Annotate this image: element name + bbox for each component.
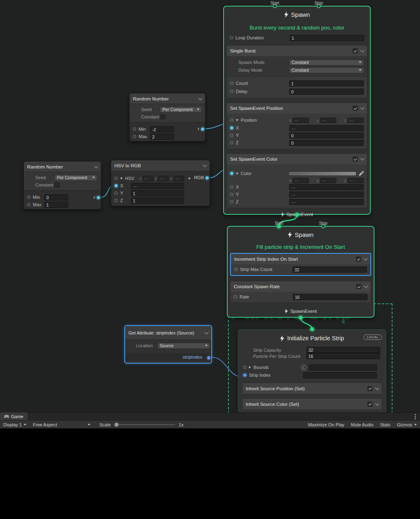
z-field[interactable]: 0 [289,140,364,146]
block-constant-spawn-rate[interactable]: Constant Spawn Rate Rate 16 [230,281,371,303]
block-set-spawnevent-position[interactable]: Set SpawnEvent Position Position x— [226,102,368,149]
flow-port-start[interactable] [277,224,281,228]
block-enabled-checkbox[interactable] [353,48,358,53]
block-header[interactable]: Inherit Source Position (Set) [242,383,382,394]
z-field[interactable]: — [289,199,364,205]
spawn-mode-dropdown[interactable]: Constant [289,59,364,66]
block-header[interactable]: Set SpawnEvent Color [227,154,367,164]
x-field[interactable]: — [289,125,364,131]
port-rate[interactable] [234,295,237,298]
port-strip-max-count[interactable] [234,268,237,271]
mute-audio-button[interactable]: Mute Audio [348,421,377,429]
port-hsv-y[interactable] [114,191,118,195]
port-min[interactable] [27,196,30,199]
count-field[interactable]: 1 [289,80,364,86]
x-field[interactable]: — [289,184,364,190]
flow-port-stop[interactable] [321,224,325,228]
port-color-x[interactable] [230,185,233,189]
collapse-chevron-icon[interactable] [361,157,365,161]
port-max[interactable] [27,203,30,206]
collapse-chevron-icon[interactable] [361,106,365,110]
flow-port-spawnevent-out[interactable] [299,316,303,320]
port-hsv-z[interactable] [114,199,118,202]
scale-slider[interactable] [114,424,175,425]
stats-button[interactable]: Stats [377,421,394,429]
tab-game[interactable]: Game [0,412,27,420]
game-view[interactable] [0,429,420,519]
strip-index-field[interactable] [303,372,377,378]
block-header[interactable]: Set SpawnEvent Position [227,103,367,114]
strip-max-count-field[interactable]: 32 [292,266,367,273]
port-position-y[interactable] [230,134,233,137]
port-hsv-x[interactable] [114,184,118,187]
context-initialize-particle-strip[interactable]: LOCAL Initialize Particle Strip Strip Ca… [238,329,386,412]
block-enabled-checkbox[interactable] [368,402,372,407]
context-spawn-burst[interactable]: Start Stop Spawn Burst every second & ra… [223,6,371,215]
flow-port-stop[interactable] [317,4,321,8]
port-bounds[interactable] [243,366,247,369]
foldout-closed-icon[interactable] [249,366,251,369]
constant-checkbox[interactable] [55,182,59,187]
x-field[interactable]: — [131,183,184,189]
min-field[interactable]: 0 [44,194,68,200]
axis-x-field[interactable]: — [292,178,309,183]
axis-x-field[interactable]: — [143,176,153,181]
port-position-x[interactable] [230,126,233,130]
bounds-field[interactable] [309,364,377,371]
port-count[interactable] [230,82,233,85]
block-enabled-checkbox[interactable] [356,284,361,289]
max-field[interactable]: 2 [150,134,174,140]
axis-z-field[interactable]: — [173,176,184,181]
flow-port-in[interactable] [310,327,314,331]
block-inherit-source-position[interactable]: Inherit Source Position (Set) [242,382,382,394]
node-header[interactable]: HSV to RGB [111,160,210,171]
port-min[interactable] [133,127,136,131]
collapse-chevron-icon[interactable] [203,163,207,167]
port-color[interactable] [230,172,233,175]
display-dropdown[interactable]: Display 1 [0,421,30,429]
foldout-open-icon[interactable] [120,178,123,180]
y-field[interactable]: 0 [289,132,364,139]
port-color-y[interactable] [230,193,233,196]
local-space-badge[interactable]: LOCAL [363,335,382,340]
constant-checkbox[interactable] [160,114,165,119]
node-header[interactable]: Random Number [24,162,101,172]
block-header[interactable]: Inherit Source Color (Set) [242,398,382,410]
rate-field[interactable]: 16 [293,294,368,300]
port-r-out[interactable] [201,127,204,131]
collapse-chevron-icon[interactable] [94,164,98,168]
particle-per-count-field[interactable]: 16 [306,353,380,359]
node-random-number-2[interactable]: Random Number Seed Per Component Constan… [23,161,101,209]
block-header[interactable]: Single Burst [227,46,367,56]
block-header[interactable]: Increment Strip Index On Start [231,254,370,264]
block-header[interactable]: Constant Spawn Rate [231,281,371,292]
strip-capacity-field[interactable]: 32 [306,347,380,353]
min-field[interactable]: -2 [150,126,174,132]
collapse-chevron-icon[interactable] [361,48,365,52]
y-field[interactable]: 1 [131,190,184,196]
node-header[interactable]: Random Number [130,93,205,104]
axis-z-field[interactable]: — [347,178,364,183]
y-field[interactable]: — [289,191,364,198]
scale-slider-knob[interactable] [114,423,119,427]
foldout-open-icon[interactable] [236,173,238,175]
foldout-open-icon[interactable] [236,119,238,121]
collapse-chevron-icon[interactable] [375,401,379,405]
port-r-out[interactable] [97,196,100,199]
port-position-z[interactable] [230,141,233,144]
flow-port-start[interactable] [273,4,277,8]
maximize-on-play-button[interactable]: Maximize On Play [305,421,348,429]
port-max[interactable] [133,135,136,138]
eyedropper-icon[interactable] [359,171,364,176]
location-dropdown[interactable]: Source [158,343,210,349]
collapse-chevron-icon[interactable] [364,284,368,288]
node-get-attribute-stripindex[interactable]: Get Attribute: stripIndex (Source) Locat… [124,325,212,364]
block-enabled-checkbox[interactable] [353,157,358,162]
output-foldout-icon[interactable] [189,177,191,180]
delay-field[interactable]: 0 [289,89,364,95]
max-field[interactable]: 1 [44,202,68,208]
node-hsv-to-rgb[interactable]: HSV to RGB HSV x— y— z— X [111,160,210,206]
color-field[interactable] [288,171,356,176]
port-rgb-out[interactable] [205,176,209,180]
seed-dropdown[interactable]: Per Component [55,175,97,181]
